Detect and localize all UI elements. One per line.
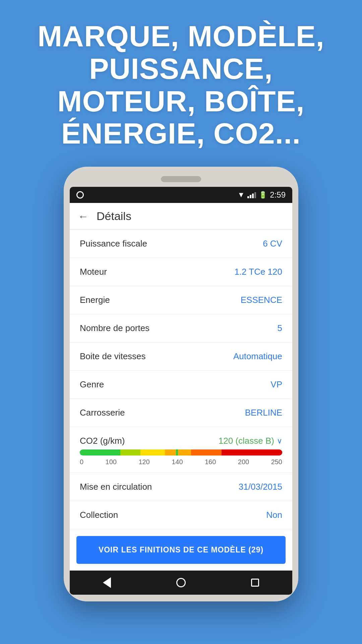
co2-label-160: 160 <box>205 458 216 466</box>
detail-row-value: Automatique <box>233 351 282 362</box>
page-title: Détails <box>97 210 131 223</box>
co2-label-200: 200 <box>238 458 249 466</box>
detail-row-value: VP <box>270 379 282 390</box>
co2-bar <box>80 449 282 455</box>
detail-row-label: Boite de vitesses <box>80 351 146 362</box>
detail-row: Genre VP <box>70 371 292 399</box>
detail-row-value: 31/03/2015 <box>239 482 282 492</box>
co2-label-120: 120 <box>138 458 149 466</box>
status-circle-icon <box>76 191 84 199</box>
detail-rows: Puissance fiscale 6 CV Moteur 1.2 TCe 12… <box>70 230 292 427</box>
nav-back-button[interactable] <box>97 576 117 589</box>
home-icon <box>176 578 186 587</box>
status-time: 2:59 <box>270 190 286 200</box>
detail-row-label: Mise en circulation <box>80 482 152 492</box>
detail-row-value: 6 CV <box>263 238 282 249</box>
co2-label-140: 140 <box>172 458 183 466</box>
detail-row-label: Carrosserie <box>80 408 125 418</box>
detail-row: Nombre de portes 5 <box>70 314 292 342</box>
status-right: ▼ 🔋 2:59 <box>238 190 286 200</box>
app-bar: ← Détails <box>70 203 292 230</box>
signal-icon <box>247 192 256 198</box>
co2-label: CO2 (g/km) <box>80 436 125 446</box>
detail-list: Puissance fiscale 6 CV Moteur 1.2 TCe 12… <box>70 230 292 529</box>
view-finitions-button[interactable]: VOIR LES FINITIONS DE CE MODÈLE (29) <box>76 536 286 564</box>
detail-row: Energie ESSENCE <box>70 286 292 314</box>
status-bar: ▼ 🔋 2:59 <box>70 187 292 203</box>
detail-row-label: Genre <box>80 379 104 390</box>
detail-row-label: Moteur <box>80 267 107 277</box>
co2-marker <box>176 449 178 455</box>
back-button[interactable]: ← <box>78 211 88 222</box>
detail-row-label: Nombre de portes <box>80 323 149 333</box>
co2-label-100: 100 <box>106 458 117 466</box>
back-icon <box>103 577 111 588</box>
detail-row-value: ESSENCE <box>241 295 282 305</box>
recents-icon <box>251 579 259 587</box>
nav-home-button[interactable] <box>171 576 191 589</box>
phone-mockup: ▼ 🔋 2:59 ← Détails <box>64 167 298 644</box>
detail-row-value: Non <box>266 510 282 520</box>
phone-speaker <box>161 176 201 182</box>
detail-row: Mise en circulation 31/03/2015 <box>70 473 292 501</box>
nav-recents-button[interactable] <box>245 576 265 589</box>
bottom-nav-bar <box>70 571 292 595</box>
co2-labels: 0 100 120 140 160 200 250 <box>80 458 282 466</box>
detail-row: Boite de vitesses Automatique <box>70 342 292 371</box>
co2-gauge: 0 100 120 140 160 200 250 <box>70 449 292 473</box>
phone-screen: ▼ 🔋 2:59 ← Détails <box>70 187 292 595</box>
detail-row-value: 5 <box>278 323 282 333</box>
status-left <box>76 191 84 199</box>
detail-row: Puissance fiscale 6 CV <box>70 230 292 258</box>
detail-row-label: Energie <box>80 295 110 305</box>
detail-row: Carrosserie BERLINE <box>70 399 292 427</box>
chevron-down-icon[interactable]: ∨ <box>277 437 282 445</box>
phone-body: ▼ 🔋 2:59 ← Détails <box>64 167 298 601</box>
co2-label-0: 0 <box>80 458 83 466</box>
detail-row: Moteur 1.2 TCe 120 <box>70 258 292 286</box>
detail-row-label: Collection <box>80 510 118 520</box>
co2-value: 120 (classe B) <box>219 436 274 446</box>
co2-label-250: 250 <box>271 458 282 466</box>
detail-row-label: Puissance fiscale <box>80 238 147 249</box>
hero-title: MARQUE, MODÈLE, PUISSANCE, MOTEUR, BOÎTE… <box>0 0 362 167</box>
detail-row-value: BERLINE <box>245 408 282 418</box>
wifi-icon: ▼ <box>238 191 245 199</box>
detail-row: Collection Non <box>70 501 292 529</box>
co2-row[interactable]: CO2 (g/km) 120 (classe B) ∨ <box>70 427 292 449</box>
battery-icon: 🔋 <box>259 191 267 199</box>
rows-below-co2: Mise en circulation 31/03/2015 Collectio… <box>70 473 292 529</box>
detail-row-value: 1.2 TCe 120 <box>234 267 282 277</box>
